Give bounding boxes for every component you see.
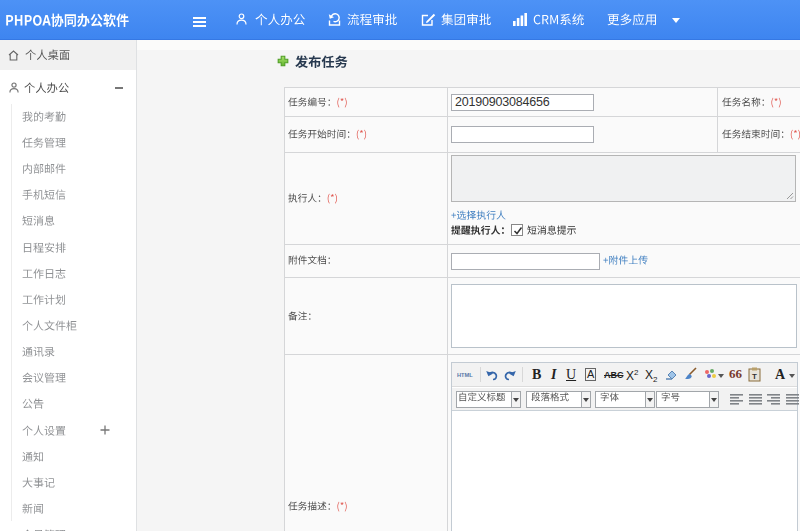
svg-text:T: T — [752, 372, 757, 381]
